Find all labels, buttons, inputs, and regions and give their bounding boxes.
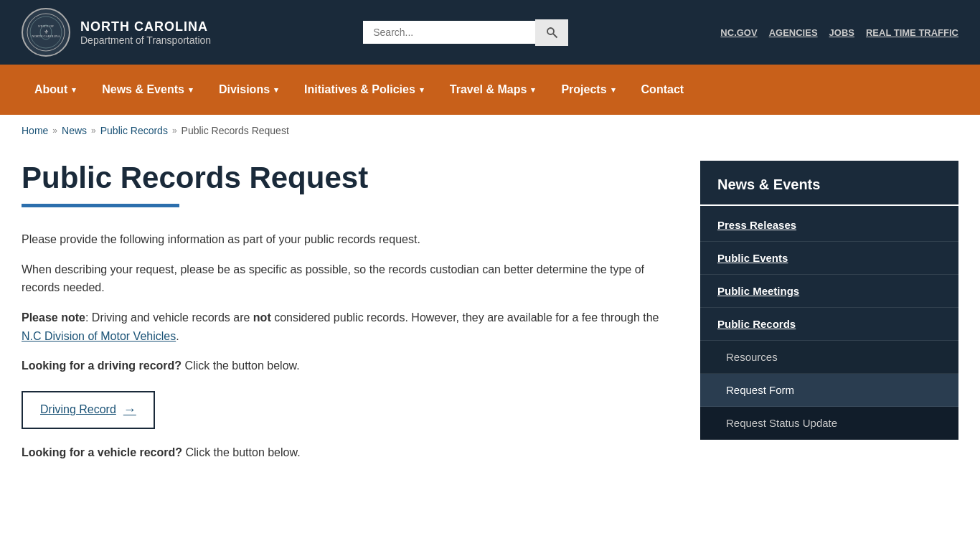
note-not: not <box>253 311 271 324</box>
nav-contact[interactable]: Contact <box>628 65 697 115</box>
nav-travel-maps[interactable]: Travel & Maps ▾ <box>437 65 549 115</box>
vehicle-label: Looking for a vehicle record? <box>22 446 182 458</box>
main-layout: Public Records Request Please provide th… <box>0 146 980 501</box>
driving-text: Click the button below. <box>182 359 300 372</box>
agencies-link[interactable]: AGENCIES <box>769 27 818 38</box>
sidebar-item-public-meetings[interactable]: Public Meetings <box>700 275 958 308</box>
driving-record-button[interactable]: Driving Record → <box>22 391 155 429</box>
nav-about[interactable]: About ▾ <box>22 65 89 115</box>
intro-paragraph-2: When describing your request, please be … <box>22 260 672 297</box>
sidebar-item-public-events[interactable]: Public Events <box>700 242 958 275</box>
driving-label: Looking for a driving record? <box>22 359 182 372</box>
ncgov-link[interactable]: NC.GOV <box>720 27 757 38</box>
chevron-down-icon: ▾ <box>189 85 193 95</box>
state-name: NORTH CAROLINA <box>80 19 211 34</box>
main-nav: About ▾ News & Events ▾ Divisions ▾ Init… <box>0 65 980 115</box>
sidebar-item-public-records[interactable]: Public Records <box>700 308 958 341</box>
note-text2: considered public records. However, they… <box>271 311 659 324</box>
traffic-link[interactable]: REAL TIME TRAFFIC <box>866 27 958 38</box>
driving-record-intro: Looking for a driving record? Click the … <box>22 357 672 375</box>
breadcrumb-sep: » <box>172 126 177 136</box>
note-text1: : Driving and vehicle records are <box>85 311 253 324</box>
jobs-link[interactable]: JOBS <box>829 27 854 38</box>
breadcrumb-current: Public Records Request <box>182 125 289 136</box>
vehicle-text: Click the button below. <box>182 446 301 458</box>
search-input[interactable] <box>363 21 535 44</box>
chevron-down-icon: ▾ <box>611 85 616 95</box>
sidebar: News & Events Press Releases Public Even… <box>700 161 958 473</box>
page-title: Public Records Request <box>22 161 672 195</box>
svg-point-6 <box>547 28 554 34</box>
chevron-down-icon: ▾ <box>72 85 76 95</box>
search-box <box>363 19 568 46</box>
breadcrumb-sep: » <box>52 126 57 136</box>
note-paragraph: Please note: Driving and vehicle records… <box>22 309 672 345</box>
top-nav-links: NC.GOV AGENCIES JOBS REAL TIME TRAFFIC <box>720 27 958 38</box>
breadcrumb-home[interactable]: Home <box>22 125 48 136</box>
sidebar-item-request-status[interactable]: Request Status Update <box>700 407 958 440</box>
breadcrumb-public-records[interactable]: Public Records <box>100 125 168 136</box>
header-branding: STATE OF NORTH CAROLINA ⚜ NORTH CAROLINA… <box>22 8 211 57</box>
sidebar-item-press-releases[interactable]: Press Releases <box>700 209 958 242</box>
search-area <box>363 19 568 46</box>
content-area: Public Records Request Please provide th… <box>22 161 700 473</box>
breadcrumb-news[interactable]: News <box>62 125 87 136</box>
svg-text:STATE OF: STATE OF <box>38 24 54 28</box>
chevron-down-icon: ▾ <box>274 85 278 95</box>
state-seal: STATE OF NORTH CAROLINA ⚜ <box>22 8 70 57</box>
intro-paragraph-1: Please provide the following information… <box>22 230 672 249</box>
note-label: Please note <box>22 311 85 324</box>
dmv-link[interactable]: N.C Division of Motor Vehicles <box>22 330 176 342</box>
breadcrumb-sep: » <box>91 126 96 136</box>
nav-initiatives-policies[interactable]: Initiatives & Policies ▾ <box>291 65 437 115</box>
driving-button-label: Driving Record <box>40 403 116 416</box>
sidebar-card: News & Events Press Releases Public Even… <box>700 161 958 440</box>
search-button[interactable] <box>535 19 568 46</box>
nav-news-events[interactable]: News & Events ▾ <box>89 65 206 115</box>
note-end: . <box>176 330 179 342</box>
sidebar-item-resources[interactable]: Resources <box>700 341 958 374</box>
nav-divisions[interactable]: Divisions ▾ <box>206 65 291 115</box>
nav-projects[interactable]: Projects ▾ <box>548 65 628 115</box>
dept-name: Department of Transportation <box>80 34 211 46</box>
svg-line-7 <box>553 34 557 37</box>
chevron-down-icon: ▾ <box>420 85 424 95</box>
org-title: NORTH CAROLINA Department of Transportat… <box>80 19 211 46</box>
chevron-down-icon: ▾ <box>531 85 535 95</box>
arrow-right-icon: → <box>123 402 136 418</box>
sidebar-item-request-form[interactable]: Request Form <box>700 374 958 407</box>
sidebar-title: News & Events <box>700 161 958 206</box>
vehicle-record-intro: Looking for a vehicle record? Click the … <box>22 443 672 462</box>
site-header: STATE OF NORTH CAROLINA ⚜ NORTH CAROLINA… <box>0 0 980 65</box>
title-underline <box>22 204 179 207</box>
breadcrumb: Home » News » Public Records » Public Re… <box>0 115 980 146</box>
svg-text:⚜: ⚜ <box>44 29 49 35</box>
